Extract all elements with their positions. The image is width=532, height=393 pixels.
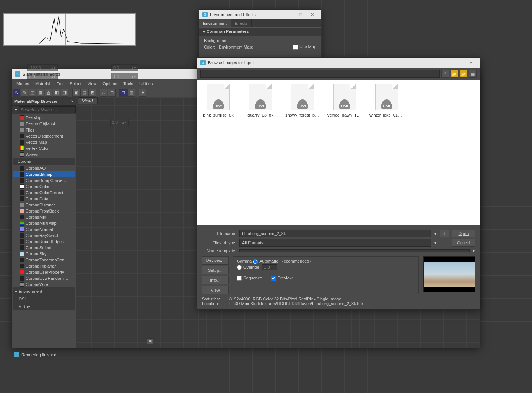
map-item[interactable]: CoronaSky <box>13 251 75 257</box>
maximize-button[interactable]: □ <box>295 11 306 18</box>
bp-lin-spinner[interactable]: 0.0▴▾ <box>27 73 58 80</box>
close-button[interactable]: ✕ <box>306 11 318 18</box>
tree-category[interactable]: + OSL <box>13 295 75 303</box>
tree-category[interactable]: - Corona <box>13 158 75 165</box>
map-item[interactable]: CoronaWire <box>13 281 75 287</box>
tree-category[interactable]: + Environment <box>13 287 75 295</box>
map-item[interactable]: CoronaTonemapCon... <box>13 257 75 263</box>
envfx-titlebar[interactable]: 3 Environment and Effects — □ ✕ <box>199 10 321 19</box>
map-item[interactable]: CoronaColor <box>13 184 75 190</box>
open-button[interactable]: Open <box>452 230 475 237</box>
wp-lin-spinner[interactable]: 1.0▴▾ <box>111 73 138 80</box>
common-params-header[interactable]: ▾ Common Parameters <box>199 27 321 36</box>
map-item[interactable]: CoronaColorCorrect <box>13 190 75 196</box>
map-item[interactable]: CoronaRoundEdges <box>13 239 75 245</box>
map-item[interactable]: TextMap <box>13 115 75 121</box>
map-item[interactable]: CoronaAO <box>13 165 75 171</box>
menu-select[interactable]: Select <box>67 81 85 86</box>
nametpl-input[interactable] <box>239 249 470 252</box>
filename-input[interactable]: blouberg_sunrise_2_8k <box>239 230 431 237</box>
dropdown-icon[interactable]: ▾ <box>13 107 19 112</box>
map-item[interactable]: CoronaBitmap <box>13 171 75 177</box>
menu-modes[interactable]: Modes <box>13 81 32 86</box>
wp-log-spinner[interactable]: 0.0▴▾ <box>111 64 138 71</box>
map-item[interactable]: Tiles <box>13 127 75 133</box>
path-dropdown[interactable] <box>200 70 440 78</box>
map-item[interactable]: CoronaMix <box>13 214 75 220</box>
new-folder-icon[interactable]: 📂 <box>460 70 467 78</box>
map-item[interactable]: CoronaUserProperty <box>13 269 75 275</box>
grid-icon[interactable]: ⊟ <box>119 89 127 97</box>
tab-environment[interactable]: Environment <box>199 19 231 27</box>
tool-icon[interactable]: ◧ <box>53 89 60 97</box>
browser-close-icon[interactable]: × <box>71 99 73 104</box>
map-item[interactable]: Waves <box>13 151 75 158</box>
menu-utilities[interactable]: Utilities <box>136 81 156 86</box>
tool-icon[interactable]: ◨ <box>61 89 68 97</box>
gamma-override-radio[interactable]: Override <box>237 265 259 270</box>
menu-view[interactable]: View <box>85 81 100 86</box>
tool-icon[interactable]: ⊞ <box>108 89 116 97</box>
menu-tools[interactable]: Tools <box>120 81 136 86</box>
devices-button[interactable]: Devices... <box>202 256 229 265</box>
file-item[interactable]: HDRwinter_lake_01_8k <box>369 84 404 117</box>
file-item[interactable]: HDRquarry_03_8k <box>243 84 278 117</box>
menu-material[interactable]: Material <box>32 81 53 86</box>
map-item[interactable]: CoronaUvwRandomi... <box>13 275 75 281</box>
gear-icon[interactable]: ✱ <box>139 89 146 97</box>
trash-icon[interactable]: 🗑 <box>45 89 52 97</box>
plus-button[interactable]: + <box>440 230 449 237</box>
arrow-tool-icon[interactable]: ↖ <box>13 89 20 97</box>
tool-icon[interactable]: ↔ <box>100 89 107 97</box>
map-item[interactable]: CoronaBumpConver... <box>13 177 75 184</box>
view-mode-icon[interactable]: ▦ <box>469 70 477 78</box>
map-item[interactable]: CoronaDistance <box>13 202 75 208</box>
map-item[interactable]: CoronaTriplanar <box>13 263 75 269</box>
search-input[interactable] <box>19 106 76 113</box>
tool-icon[interactable]: ▣ <box>72 89 80 97</box>
map-item[interactable]: VectorDisplacement <box>13 133 75 139</box>
map-item[interactable]: CoronaNormal <box>13 226 75 232</box>
map-item[interactable]: CoronaSelect <box>13 245 75 251</box>
view-tab[interactable]: View1 <box>78 97 98 104</box>
setup-button[interactable]: Setup... <box>202 266 229 274</box>
tab-effects[interactable]: Effects <box>231 19 252 27</box>
tool-icon[interactable]: ◩ <box>88 89 96 97</box>
nametpl-dropdown-icon[interactable]: ▾ <box>473 248 475 253</box>
folder-icon[interactable]: 📁 <box>451 70 458 78</box>
filetype-dropdown-icon[interactable]: ▾ <box>434 240 437 245</box>
map-item[interactable]: TextureObjMask <box>13 121 75 127</box>
tool-icon[interactable]: ▤ <box>80 89 88 97</box>
tool-icon[interactable]: ▦ <box>37 89 44 97</box>
filetype-select[interactable]: All Formats <box>239 239 431 247</box>
bp-log-spinner[interactable]: -128.0▴▾ <box>27 64 58 71</box>
map-item[interactable]: Vector Map <box>13 139 75 145</box>
map-item[interactable]: Vertex Color <box>13 145 75 151</box>
use-map-checkbox[interactable]: Use Map <box>293 44 316 50</box>
info-button[interactable]: Info... <box>202 276 229 284</box>
map-tree[interactable]: TextMapTextureObjMaskTilesVectorDisplace… <box>12 114 76 348</box>
map-item[interactable]: CoronaFrontBack <box>13 208 75 214</box>
map-item[interactable]: CoronaRaySwitch <box>13 232 75 239</box>
menu-options[interactable]: Options <box>99 81 120 86</box>
menu-edit[interactable]: Edit <box>53 81 67 86</box>
map-item[interactable]: CoronaMultiMap <box>13 220 75 226</box>
view-button[interactable]: View <box>202 286 229 294</box>
map-item[interactable]: CoronaData <box>13 196 75 202</box>
gamma-auto-radio[interactable]: Automatic (Recommended) <box>253 259 311 263</box>
gamma-override-spinner[interactable]: 1.0 <box>262 264 277 270</box>
file-item[interactable]: HDRsnowy_forest_pa... <box>285 84 320 117</box>
close-button[interactable]: ✕ <box>465 59 477 67</box>
minimize-button[interactable]: — <box>283 11 295 18</box>
browse-titlebar[interactable]: 3 Browse Images for Input ✕ <box>197 58 480 68</box>
preview-checkbox[interactable]: Preview <box>271 276 293 280</box>
file-list[interactable]: HDRpink_sunrise_8kHDRquarry_03_8kHDRsnow… <box>197 80 480 225</box>
filename-dropdown-icon[interactable]: ▾ <box>434 231 437 236</box>
navigator-icon[interactable]: ⊞ <box>147 338 153 344</box>
display-scaled-spinner[interactable]: 1.0▴▾ <box>110 119 129 126</box>
cancel-button[interactable]: Cancel <box>452 239 475 247</box>
up-folder-icon[interactable]: ↰ <box>441 70 449 78</box>
file-item[interactable]: HDRvenice_dawn_1_8k <box>327 84 362 117</box>
layout-icon[interactable]: ▥ <box>127 89 135 97</box>
file-item[interactable]: HDRpink_sunrise_8k <box>201 84 236 117</box>
